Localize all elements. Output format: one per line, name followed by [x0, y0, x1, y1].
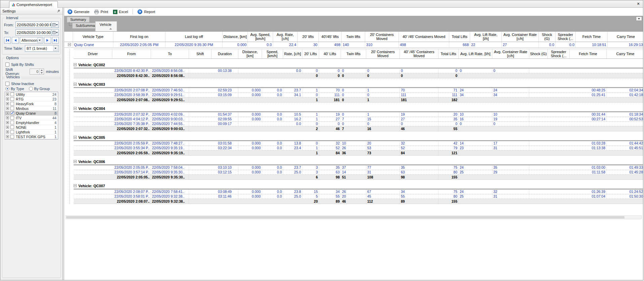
- expand-icon[interactable]: [6, 116, 9, 119]
- outer-header-cell-17: Fetch Time: [576, 32, 608, 42]
- vehicle-tree-item-quay-crane[interactable]: Quay Crane8: [5, 111, 58, 116]
- vehicle-checkbox[interactable]: [10, 130, 14, 134]
- total-row[interactable]: 22/05/2020 2:08:07..22/05/2020 9:32:38..…: [74, 199, 643, 204]
- comprehensive-report-tab[interactable]: Comprehensivereport: [9, 1, 58, 8]
- split-by-shifts-checkbox[interactable]: [5, 63, 9, 67]
- from-input[interactable]: 22/05/2020 2:00:00 PM: [15, 22, 51, 28]
- total-row[interactable]: 22/05/2020 2:05:59..22/05/2020 9:35:19..…: [74, 151, 643, 156]
- data-row[interactable]: 22/05/2020 3:55:34 P..22/05/2020 9:35:19…: [74, 146, 643, 151]
- group-header-row[interactable]: Vehicle: QC005: [74, 135, 643, 140]
- collapse-icon[interactable]: [74, 136, 77, 139]
- data-cell-9: 70: [319, 88, 341, 92]
- collapse-icon[interactable]: [68, 43, 71, 46]
- data-row[interactable]: 22/05/2020 2:07:08 P..22/05/2020 7:46:50…: [74, 88, 643, 93]
- total-row[interactable]: 22/05/2020 2:07:32..22/05/2020 9:00:03..…: [74, 126, 643, 131]
- collapse-icon[interactable]: [74, 63, 77, 66]
- vehicle-tree-item-emptyhandler[interactable]: EmptyHandler4: [5, 120, 58, 125]
- nav-next-button[interactable]: [44, 37, 51, 44]
- total-cell-1: 22/05/2020 8:42:30..: [112, 73, 151, 78]
- expand-icon[interactable]: [6, 135, 9, 138]
- to-input[interactable]: 22/05/2020 10:00:00 PM: [15, 29, 51, 36]
- band-dropdown-button[interactable]: [636, 16, 642, 21]
- period-select[interactable]: Afternoon: [20, 37, 43, 44]
- scrollbar-thumb[interactable]: [66, 216, 624, 218]
- summary-chip[interactable]: Summary: [67, 17, 89, 23]
- close-icon[interactable]: ✕: [636, 1, 641, 7]
- total-row[interactable]: 22/05/2020 8:42:30..22/05/2020 8:56:08..…: [74, 73, 643, 78]
- nav-prev-button[interactable]: [12, 37, 18, 44]
- expand-icon[interactable]: [6, 121, 9, 124]
- data-row[interactable]: 22/05/2020 4:04:12 P..22/05/2020 9:00:03…: [74, 117, 643, 122]
- by-group-label: By Group: [34, 87, 50, 91]
- vehicle-tree-item-lightfork[interactable]: Lightfork1: [5, 130, 58, 134]
- data-row[interactable]: 22/05/2020 8:42:30 P..22/05/2020 8:56:08…: [74, 69, 643, 73]
- to-calendar-button[interactable]: [51, 29, 59, 36]
- vehicle-tree-item-heavyfork[interactable]: HeavyFork8: [5, 102, 58, 106]
- vehicle-checkbox[interactable]: [10, 107, 14, 110]
- total-row[interactable]: 22/05/2020 2:07:08..22/05/2020 9:29:51..…: [74, 97, 643, 103]
- data-row[interactable]: 22/05/2020 2:08:07 P..22/05/2020 7:58:41…: [74, 190, 643, 194]
- data-row[interactable]: 22/05/2020 7:35:38 P..22/05/2020 7:44:55…: [74, 122, 643, 126]
- collapse-icon[interactable]: [74, 83, 77, 86]
- print-button[interactable]: Print: [94, 10, 108, 14]
- group-header-row[interactable]: Vehicle: QC007: [74, 183, 643, 188]
- expand-icon[interactable]: [6, 112, 9, 115]
- spinner-arrows[interactable]: [39, 69, 44, 74]
- report-button[interactable]: Report: [138, 9, 155, 14]
- vehicle-checkbox[interactable]: [10, 121, 14, 124]
- group-header-row[interactable]: Vehicle: QC002: [74, 62, 643, 67]
- vehicle-tree-item-test-fork-gps[interactable]: TEST FORK GPS1: [5, 134, 58, 139]
- expand-icon[interactable]: [6, 107, 9, 110]
- show-inactive-checkbox[interactable]: [5, 82, 9, 86]
- nav-first-button[interactable]: [4, 37, 11, 44]
- collapse-icon[interactable]: [74, 107, 77, 110]
- expand-icon[interactable]: [6, 126, 9, 129]
- expand-icon[interactable]: [6, 102, 9, 105]
- collapse-icon[interactable]: [74, 184, 77, 187]
- excel-button[interactable]: X Excel: [113, 10, 128, 14]
- data-cell-10: 0: [341, 69, 366, 73]
- from-calendar-button[interactable]: [51, 22, 59, 28]
- group-header-row[interactable]: Vehicle: QC004: [74, 106, 643, 111]
- vehicle-tree-item-utility[interactable]: Utility24: [5, 92, 58, 97]
- expand-icon[interactable]: [6, 93, 9, 96]
- generate-button[interactable]: Generate: [68, 9, 89, 14]
- vehicle-checkbox[interactable]: [10, 125, 14, 129]
- timetable-select[interactable]: BT (1 break): [25, 45, 59, 52]
- data-row[interactable]: 22/05/2020 3:58:39 P..22/05/2020 9:29:51…: [74, 93, 643, 97]
- vehicle-checkbox[interactable]: [10, 116, 14, 120]
- group-header-row[interactable]: Vehicle: QC003: [74, 82, 643, 87]
- shift-overrun-spinner[interactable]: 0: [30, 69, 44, 75]
- data-row[interactable]: 22/05/2020 3:58:01 P..22/05/2020 9:32:38…: [74, 194, 643, 199]
- collapse-icon[interactable]: [74, 160, 77, 163]
- data-cell-13: 80: [439, 170, 459, 174]
- pin-icon[interactable]: [57, 9, 61, 13]
- group-header-row[interactable]: Vehicle: QC006: [74, 159, 643, 164]
- data-cell-1: 22/05/2020 4:04:12 P..: [112, 117, 151, 121]
- vehicle-checkbox[interactable]: [10, 135, 14, 138]
- vehicle-checkbox[interactable]: [10, 111, 14, 115]
- data-row[interactable]: 22/05/2020 2:05:59 P..22/05/2020 7:48:27…: [74, 141, 643, 146]
- vehicle-checkbox[interactable]: [10, 102, 14, 106]
- data-row[interactable]: 22/05/2020 2:05:05 P..22/05/2020 7:58:04…: [74, 165, 643, 170]
- data-cell-11: 0: [366, 122, 400, 126]
- data-row[interactable]: 22/05/2020 2:07:32 P..22/05/2020 4:02:09…: [74, 112, 643, 117]
- vehicle-type-summary-row[interactable]: Quay Crane22/05/2020 2:05:05 PM22/05/202…: [64, 42, 643, 48]
- vehicle-tree-item-minibus[interactable]: Minibus11: [5, 106, 58, 111]
- outer-header-cell-8: 40'/45' lifts: [319, 32, 342, 42]
- data-cell-11: 20: [366, 141, 400, 146]
- vehicle-tree-item-none[interactable]: NONE1: [5, 125, 58, 130]
- total-row[interactable]: 22/05/2020 2:05:05..22/05/2020 9:35:30..…: [74, 175, 643, 180]
- nav-last-button[interactable]: [52, 37, 59, 44]
- vehicle-checkbox[interactable]: [10, 97, 14, 101]
- expand-icon[interactable]: [6, 97, 9, 101]
- vehicle-tree-item-itv[interactable]: ITV44: [5, 116, 58, 120]
- vehicle-checkbox[interactable]: [10, 92, 14, 96]
- vehicle-tab[interactable]: Vehicle: [95, 21, 117, 31]
- expand-icon[interactable]: [6, 130, 9, 133]
- horizontal-scrollbar[interactable]: [66, 215, 642, 219]
- vehicle-tree-item-rtg[interactable]: RTG23: [5, 97, 58, 102]
- data-row[interactable]: 22/05/2020 3:57:14 P..22/05/2020 9:35:30…: [74, 170, 643, 175]
- by-type-radio[interactable]: [5, 87, 9, 91]
- by-group-radio[interactable]: [29, 87, 33, 91]
